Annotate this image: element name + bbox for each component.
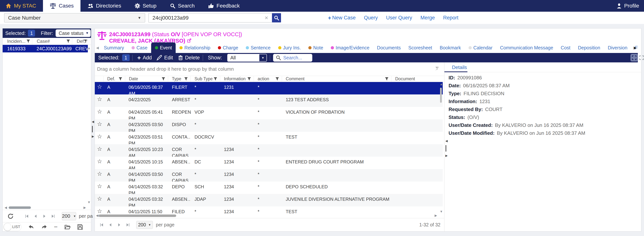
next-page-icon[interactable] xyxy=(42,214,46,218)
event-row[interactable]: ☆A04/15/2025 10:15AMABSEN…DC1234*ENTERED… xyxy=(95,157,443,169)
report-link[interactable]: Report xyxy=(443,15,458,21)
new-case-link[interactable]: +New Case xyxy=(328,15,356,21)
clear-filter-icon[interactable] xyxy=(435,66,439,70)
user-query-link[interactable]: User Query xyxy=(386,15,412,21)
expand-right-icon[interactable]: ▶ xyxy=(445,154,448,158)
tab-bookmark[interactable]: Bookmark xyxy=(436,42,465,53)
collapse-left-icon[interactable]: ◀ xyxy=(92,120,94,124)
tab-diversion[interactable]: Diversion xyxy=(604,42,631,53)
sidebar-scroll-up[interactable]: ▲ xyxy=(87,46,91,50)
delete-button[interactable]: Delete xyxy=(178,55,200,61)
event-row[interactable]: ☆A04/14/2025 03:32PMDEPOSCH1234*DEPO SCH… xyxy=(95,182,443,194)
grid-column-sub-type[interactable]: Sub Type xyxy=(191,76,220,82)
funnel-icon[interactable] xyxy=(183,77,188,81)
scroll-thumb[interactable] xyxy=(98,214,176,217)
favorite-star-icon[interactable]: ☆ xyxy=(95,169,104,182)
scroll-right-icon[interactable]: ▶ xyxy=(84,206,86,210)
grid-column-star[interactable] xyxy=(95,76,104,82)
favorite-star-icon[interactable]: ☆ xyxy=(95,182,104,194)
tab-communication-message[interactable]: Communication Message xyxy=(496,42,557,53)
tab-details[interactable]: Details xyxy=(444,62,467,72)
grid-hscrollbar[interactable]: ◀ ▶ xyxy=(95,213,443,218)
sidebar-column-case#[interactable]: Case# xyxy=(32,38,72,45)
tab-deposition[interactable]: Deposition xyxy=(574,42,604,53)
collapse-left-icon[interactable]: ◀ xyxy=(445,139,448,143)
funnel-icon[interactable] xyxy=(118,77,122,81)
sidebar-case-row[interactable]: 1619333 24CJ000123A99 CREVA xyxy=(3,45,88,52)
splitter-handle[interactable] xyxy=(92,126,93,132)
event-row[interactable]: ☆A04/14/2025 03:32PMABSEN…JDAP1234*JUVEN… xyxy=(95,194,443,206)
favorite-star-icon[interactable]: ☆ xyxy=(95,157,104,169)
last-page-icon[interactable] xyxy=(51,214,55,218)
sidebar-splitter[interactable]: ◀ ▶ xyxy=(92,120,94,139)
folder-icon[interactable] xyxy=(64,224,70,230)
grid-page-size-select[interactable]: 200 ▼ xyxy=(136,221,153,229)
funnel-icon[interactable] xyxy=(66,40,70,43)
search-category-select[interactable]: Case Number ▼ xyxy=(4,13,145,22)
first-page-icon[interactable] xyxy=(100,223,104,227)
splitter-handle[interactable] xyxy=(446,145,446,152)
nav-item-cases[interactable]: Cases xyxy=(43,0,80,12)
tabs-scroll-right-icon[interactable]: ▶ xyxy=(634,46,637,50)
refresh-icon[interactable] xyxy=(8,213,14,219)
nav-item-feedback[interactable]: Feedback xyxy=(202,0,246,12)
tab-cost[interactable]: Cost xyxy=(557,42,574,53)
tab-charge[interactable]: Charge xyxy=(214,42,242,53)
tabs-scroll-left-icon[interactable]: ◀ xyxy=(95,42,100,53)
funnel-icon[interactable] xyxy=(26,40,30,43)
sidebar-hscrollbar[interactable]: ◀ ▶ xyxy=(3,205,88,210)
funnel-icon[interactable] xyxy=(160,77,165,81)
favorite-star-icon[interactable]: ☆ xyxy=(95,144,104,157)
details-splitter[interactable]: ◀ ▶ xyxy=(445,139,448,158)
sidebar-column-inciden[interactable]: Inciden... xyxy=(3,38,32,45)
list-toggle[interactable]: LIST xyxy=(4,223,22,231)
nav-my-stac[interactable]: My STAC xyxy=(0,0,43,12)
funnel-icon[interactable] xyxy=(212,77,217,81)
funnel-icon[interactable] xyxy=(384,77,388,81)
nav-item-setup[interactable]: Setup xyxy=(128,0,163,12)
scroll-right-icon[interactable]: ▶ xyxy=(434,214,437,218)
event-row[interactable]: ☆A04/23/2025 03:50PMDISPO** xyxy=(95,119,443,132)
save-icon[interactable] xyxy=(77,224,83,230)
grid-column-information[interactable]: Information xyxy=(220,76,254,82)
event-row[interactable]: ☆A04/22/2025ARREST…**123 TEST ADDRESS xyxy=(95,94,443,107)
first-page-icon[interactable] xyxy=(25,214,29,218)
scroll-thumb[interactable] xyxy=(9,206,31,209)
funnel-slash-icon[interactable] xyxy=(84,40,88,43)
redo-icon[interactable] xyxy=(41,224,47,230)
grid-column-type[interactable]: Type xyxy=(168,76,191,82)
scroll-up-icon[interactable]: ▲ xyxy=(440,82,443,86)
tab-note[interactable]: Note xyxy=(304,42,327,53)
minus-icon[interactable]: − xyxy=(54,223,58,230)
favorite-star-icon[interactable]: ☆ xyxy=(95,94,104,107)
favorite-star-icon[interactable]: ☆ xyxy=(95,119,104,132)
undo-icon[interactable] xyxy=(28,224,34,230)
sidebar-column-def[interactable]: Def xyxy=(72,38,88,45)
search-button[interactable] xyxy=(272,13,281,22)
event-row[interactable]: ☆A06/16/2025 08:37AMFILERT*1231* xyxy=(95,82,443,94)
group-by-bar[interactable]: Drag a column header and drop it here to… xyxy=(95,62,444,76)
event-row[interactable]: ☆A04/15/2025 10:23AMCOR CAPIAS*1234* xyxy=(95,144,443,157)
funnel-icon[interactable] xyxy=(246,77,251,81)
tab-summary[interactable]: Summary xyxy=(100,42,128,53)
scroll-left-icon[interactable]: ◀ xyxy=(96,214,98,218)
sidebar-filter-select[interactable]: Case status ▼ xyxy=(56,30,91,37)
favorite-star-icon[interactable]: ☆ xyxy=(95,194,104,206)
sidebar-scroll-down[interactable]: ▼ xyxy=(87,200,91,204)
edit-button[interactable]: Edit xyxy=(156,55,173,61)
tab-scoresheet[interactable]: Scoresheet xyxy=(405,42,436,53)
expand-panel-button[interactable] xyxy=(639,55,644,60)
grid-column-action[interactable]: action xyxy=(254,76,282,82)
expand-right-icon[interactable]: ▶ xyxy=(92,134,94,139)
event-row[interactable]: ☆A04/23/2025 03:51PMCONTA…DOCRCV*TEST xyxy=(95,132,443,144)
tab-jury-ins-[interactable]: Jury Ins. xyxy=(274,42,304,53)
scroll-down-icon[interactable]: ▼ xyxy=(440,210,443,214)
tab-calendar[interactable]: Calendar xyxy=(465,42,496,53)
event-row[interactable]: ☆A04/14/2025 03:50PMCOR CAPIAS*1234* xyxy=(95,169,443,182)
event-row[interactable]: ☆A04/24/2025 05:41PMREOPENVOP*VIOLATION … xyxy=(95,107,443,119)
grid-search-input[interactable]: Search... xyxy=(273,54,312,62)
favorite-star-icon[interactable]: ☆ xyxy=(95,107,104,119)
prev-page-icon[interactable] xyxy=(34,214,38,218)
tab-image-evidence[interactable]: Image/Evidence xyxy=(327,42,373,53)
grid-column-date[interactable]: Date xyxy=(125,76,168,82)
